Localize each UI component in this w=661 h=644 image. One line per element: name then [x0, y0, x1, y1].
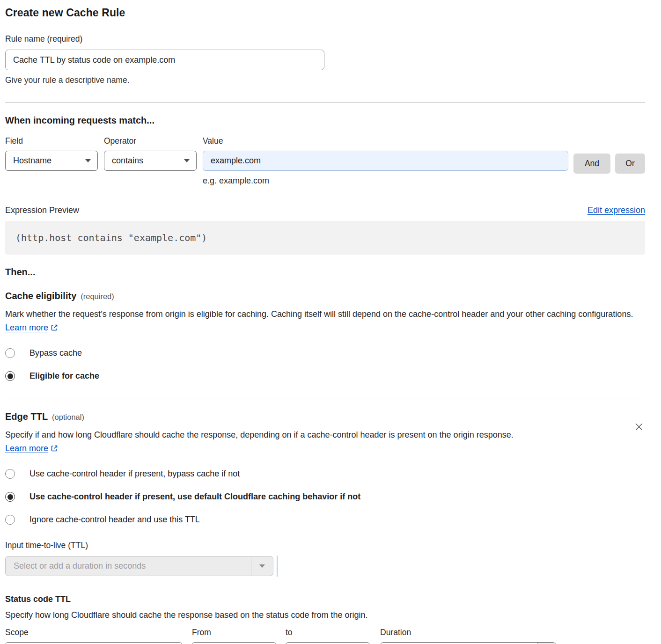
ttl-select-placeholder: Select or add a duration in seconds: [6, 561, 146, 571]
page-title: Create new Cache Rule: [5, 7, 645, 19]
radio-label: Bypass cache: [29, 348, 82, 358]
radio-circle-icon[interactable]: [5, 348, 15, 358]
field-select-value: Hostname: [13, 156, 51, 166]
from-select[interactable]: 200: [192, 642, 276, 644]
spacer: [573, 136, 610, 154]
close-icon[interactable]: [634, 422, 644, 432]
required-badge: (required): [81, 292, 114, 301]
value-input[interactable]: [203, 151, 568, 171]
create-cache-rule-form: Create new Cache Rule Rule name (require…: [0, 0, 661, 644]
edge-ttl-title: Edge TTL: [5, 411, 48, 422]
learn-more-text: Learn more: [5, 323, 48, 332]
operator-label: Operator: [104, 136, 197, 146]
chevron-down-icon: [184, 159, 190, 162]
ttl-input-label: Input time-to-live (TTL): [5, 541, 645, 550]
scope-label: Scope: [5, 628, 182, 637]
learn-more-text: Learn more: [5, 444, 48, 453]
match-row: Field Hostname Operator contains Value e…: [5, 136, 645, 186]
external-link-icon: [51, 443, 58, 456]
radio-circle-selected-icon[interactable]: [5, 371, 15, 381]
radio-circle-selected-icon[interactable]: [5, 492, 15, 502]
status-code-ttl-row: Scope Range From 200 to 599: [5, 628, 645, 644]
rule-name-label: Rule name (required): [5, 34, 645, 44]
radio-use-header-bypass[interactable]: Use cache-control header if present, byp…: [5, 469, 645, 479]
optional-badge: (optional): [52, 413, 84, 422]
ttl-duration-select[interactable]: Select or add a duration in seconds: [5, 556, 273, 576]
radio-label: Use cache-control header if present, byp…: [29, 469, 240, 479]
section-divider: [5, 102, 645, 103]
match-heading: When incoming requests match...: [5, 115, 645, 126]
field-label: Field: [5, 136, 98, 146]
radio-eligible-for-cache[interactable]: Eligible for cache: [5, 371, 645, 381]
description-text: Mark whether the request’s response from…: [5, 309, 633, 319]
radio-circle-icon[interactable]: [5, 469, 15, 479]
cache-eligibility-title: Cache eligibility: [5, 291, 76, 301]
expression-preview-label: Expression Preview: [5, 205, 79, 215]
from-label: From: [192, 628, 276, 637]
expression-preview-code: (http.host contains "example.com"): [5, 221, 645, 255]
edge-ttl-section: Edge TTL (optional) Specify if and how l…: [5, 411, 645, 644]
status-code-ttl-title: Status code TTL: [5, 594, 645, 604]
then-heading: Then...: [5, 267, 645, 278]
radio-ignore-header-ttl[interactable]: Ignore cache-control header and use this…: [5, 515, 645, 525]
chevron-down-icon[interactable]: [251, 556, 273, 576]
radio-label: Eligible for cache: [29, 371, 99, 381]
radio-label: Use cache-control header if present, use…: [29, 492, 360, 502]
description-text: Specify if and how long Cloudflare shoul…: [5, 430, 514, 439]
radio-use-header-default[interactable]: Use cache-control header if present, use…: [5, 492, 645, 502]
radio-label: Ignore cache-control header and use this…: [29, 515, 200, 525]
cache-eligibility-section: Cache eligibility (required) Mark whethe…: [5, 291, 645, 381]
and-button[interactable]: And: [573, 154, 610, 174]
field-select[interactable]: Hostname: [5, 151, 98, 171]
rule-name-help: Give your rule a descriptive name.: [5, 75, 645, 85]
duration-label: Duration: [380, 628, 556, 637]
expression-header: Expression Preview Edit expression: [5, 205, 645, 215]
section-divider: [5, 398, 645, 398]
learn-more-link[interactable]: Learn more: [5, 444, 48, 453]
rule-name-input[interactable]: [5, 50, 324, 70]
edge-ttl-description: Specify if and how long Cloudflare shoul…: [5, 428, 520, 456]
scope-select[interactable]: Range: [5, 642, 182, 644]
value-label: Value: [203, 136, 568, 146]
duration-select[interactable]: 1 day: [380, 642, 556, 644]
external-link-icon: [51, 322, 58, 336]
value-help: e.g. example.com: [203, 176, 568, 186]
expression-code-text: (http.host contains "example.com"): [15, 232, 207, 243]
to-label: to: [286, 628, 370, 637]
cache-eligibility-description: Mark whether the request’s response from…: [5, 307, 635, 335]
chevron-down-icon: [85, 159, 91, 162]
radio-circle-icon[interactable]: [5, 515, 15, 525]
to-select[interactable]: 599: [286, 642, 370, 644]
text-cursor-bar: [277, 556, 278, 577]
edit-expression-link[interactable]: Edit expression: [588, 205, 645, 215]
status-code-ttl-description: Specify how long Cloudflare should cache…: [5, 610, 645, 620]
operator-select-value: contains: [112, 156, 143, 166]
or-button[interactable]: Or: [615, 154, 645, 174]
operator-select[interactable]: contains: [104, 151, 197, 171]
learn-more-link[interactable]: Learn more: [5, 323, 48, 332]
radio-bypass-cache[interactable]: Bypass cache: [5, 348, 645, 358]
spacer: [610, 136, 645, 154]
